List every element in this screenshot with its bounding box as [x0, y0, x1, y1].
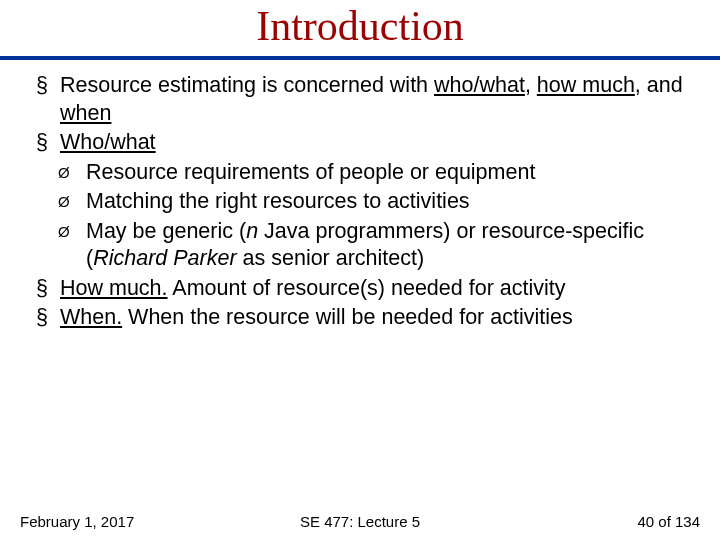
slide-footer: February 1, 2017 SE 477: Lecture 5 40 of…: [0, 513, 720, 530]
footer-course: SE 477: Lecture 5: [300, 513, 420, 530]
italic: n: [246, 219, 258, 243]
subbullet-2: Matching the right resources to activiti…: [36, 188, 690, 216]
text: as senior architect): [237, 246, 425, 270]
subbullet-3: May be generic (n Java programmers) or r…: [36, 218, 690, 273]
underline: How much.: [60, 276, 168, 300]
footer-page: 40 of 134: [637, 513, 700, 530]
text: Resource requirements of people or equip…: [86, 160, 535, 184]
slide: Introduction Resource estimating is conc…: [0, 0, 720, 540]
underline: who/what: [434, 73, 525, 97]
subbullet-1: Resource requirements of people or equip…: [36, 159, 690, 187]
text: ,: [525, 73, 537, 97]
bullet-1: Resource estimating is concerned with wh…: [36, 72, 690, 127]
slide-content: Resource estimating is concerned with wh…: [0, 60, 720, 332]
text: , and: [635, 73, 683, 97]
text: Resource estimating is concerned with: [60, 73, 434, 97]
underline: how much: [537, 73, 635, 97]
text: Matching the right resources to activiti…: [86, 189, 470, 213]
bullet-2: Who/what: [36, 129, 690, 157]
bullet-3: How much. Amount of resource(s) needed f…: [36, 275, 690, 303]
text: Amount of resource(s) needed for activit…: [168, 276, 566, 300]
bullet-4: When. When the resource will be needed f…: [36, 304, 690, 332]
text: May be generic (: [86, 219, 246, 243]
italic: Richard Parker: [93, 246, 236, 270]
underline: When.: [60, 305, 122, 329]
slide-title: Introduction: [0, 0, 720, 56]
underline: Who/what: [60, 130, 156, 154]
underline: when: [60, 101, 111, 125]
footer-date: February 1, 2017: [20, 513, 134, 530]
text: When the resource will be needed for act…: [122, 305, 573, 329]
